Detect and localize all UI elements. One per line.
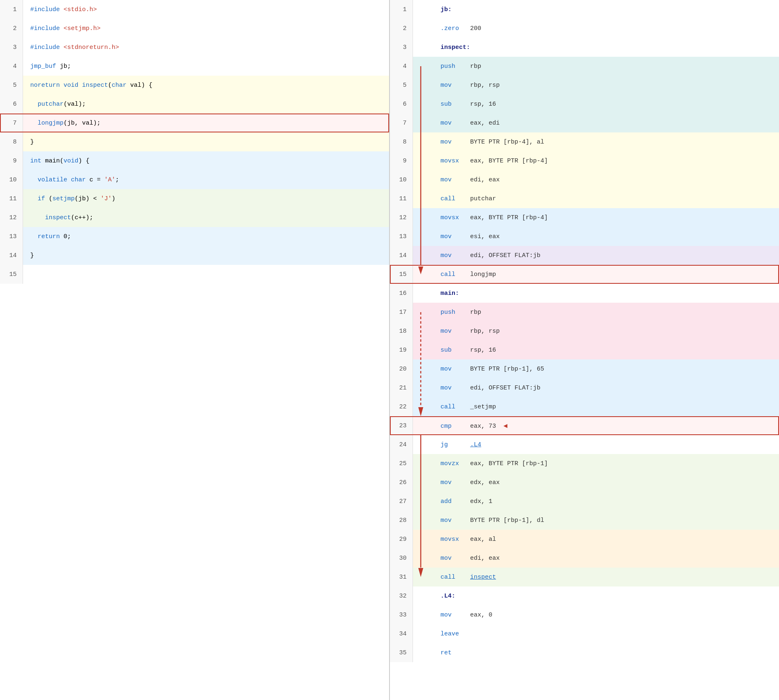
asm-row-18: 18mov rbp, rsp	[390, 322, 779, 341]
asm-line: jg .L4	[433, 435, 779, 454]
line-number: 9	[0, 151, 23, 170]
asm-row-10: 10mov edi, eax	[390, 170, 779, 189]
arrow-column	[413, 511, 433, 530]
line-number: 15	[390, 265, 413, 284]
asm-row-15: 15call longjmp	[390, 265, 779, 284]
arrow-column	[413, 208, 433, 227]
line-number: 5	[0, 76, 23, 95]
left-row-8: 8}	[0, 132, 389, 151]
left-pane: 1#include <stdio.h>2#include <setjmp.h>3…	[0, 0, 390, 700]
asm-line: mov edi, OFFSET FLAT:jb	[433, 378, 779, 397]
left-row-2: 2#include <setjmp.h>	[0, 19, 389, 38]
left-row-5: 5noreturn void inspect(char val) {	[0, 76, 389, 95]
arrow-column	[413, 397, 433, 416]
line-number: 24	[390, 435, 413, 454]
code-line: jmp_buf jb;	[23, 57, 389, 76]
asm-row-8: 8mov BYTE PTR [rbp-4], al	[390, 132, 779, 151]
asm-line: push rbp	[433, 303, 779, 322]
asm-line: .zero 200	[433, 19, 779, 38]
asm-row-31: 31call inspect	[390, 568, 779, 586]
code-line: noreturn void inspect(char val) {	[23, 76, 389, 95]
asm-line: call putchar	[433, 189, 779, 208]
left-row-6: 6 putchar(val);	[0, 95, 389, 114]
asm-line: leave	[433, 624, 779, 643]
asm-row-2: 2.zero 200	[390, 19, 779, 38]
asm-row-19: 19sub rsp, 16	[390, 341, 779, 359]
asm-line: mov edi, OFFSET FLAT:jb	[433, 246, 779, 265]
asm-line: push rbp	[433, 57, 779, 76]
left-row-1: 1#include <stdio.h>	[0, 0, 389, 19]
asm-line: mov esi, eax	[433, 227, 779, 246]
line-number: 7	[0, 114, 23, 132]
asm-row-26: 26mov edx, eax	[390, 473, 779, 492]
line-number: 9	[390, 151, 413, 170]
code-line: #include <stdio.h>	[23, 0, 389, 19]
asm-line: sub rsp, 16	[433, 341, 779, 359]
asm-line: movsx eax, BYTE PTR [rbp-4]	[433, 208, 779, 227]
line-number: 16	[390, 284, 413, 303]
asm-row-12: 12movsx eax, BYTE PTR [rbp-4]	[390, 208, 779, 227]
left-code-table: 1#include <stdio.h>2#include <setjmp.h>3…	[0, 0, 389, 284]
asm-row-4: 4push rbp	[390, 57, 779, 76]
asm-line: mov BYTE PTR [rbp-1], dl	[433, 511, 779, 530]
asm-line: jb:	[433, 0, 779, 19]
asm-line: cmp eax, 73 ◀	[433, 416, 779, 435]
code-line: }	[23, 246, 389, 265]
arrow-column	[413, 322, 433, 341]
left-row-13: 13 return 0;	[0, 227, 389, 246]
line-number: 32	[390, 586, 413, 605]
asm-line: mov BYTE PTR [rbp-1], 65	[433, 359, 779, 378]
code-line: #include <setjmp.h>	[23, 19, 389, 38]
left-row-14: 14}	[0, 246, 389, 265]
asm-line: mov eax, 0	[433, 605, 779, 624]
line-number: 4	[0, 57, 23, 76]
asm-row-33: 33mov eax, 0	[390, 605, 779, 624]
line-number: 28	[390, 511, 413, 530]
asm-line: mov eax, edi	[433, 114, 779, 132]
arrow-column	[413, 227, 433, 246]
asm-row-29: 29movsx eax, al	[390, 530, 779, 549]
right-pane: 1jb:2.zero 2003inspect:4push rbp5mov rbp…	[390, 0, 779, 700]
code-line: if (setjmp(jb) < 'J')	[23, 189, 389, 208]
line-number: 2	[0, 19, 23, 38]
asm-line: add edx, 1	[433, 492, 779, 511]
line-number: 10	[0, 170, 23, 189]
asm-line: call _setjmp	[433, 397, 779, 416]
code-line: #include <stdnoreturn.h>	[23, 38, 389, 57]
arrow-column	[413, 57, 433, 76]
asm-row-1: 1jb:	[390, 0, 779, 19]
asm-line: inspect:	[433, 38, 779, 57]
arrow-column	[413, 265, 433, 284]
asm-row-34: 34leave	[390, 624, 779, 643]
line-number: 19	[390, 341, 413, 359]
asm-row-28: 28mov BYTE PTR [rbp-1], dl	[390, 511, 779, 530]
arrow-column	[413, 605, 433, 624]
asm-row-11: 11call putchar	[390, 189, 779, 208]
line-number: 11	[0, 189, 23, 208]
line-number: 15	[0, 265, 23, 284]
asm-line: mov edi, eax	[433, 170, 779, 189]
asm-row-14: 14mov edi, OFFSET FLAT:jb	[390, 246, 779, 265]
asm-row-22: 22call _setjmp	[390, 397, 779, 416]
code-line: volatile char c = 'A';	[23, 170, 389, 189]
line-number: 12	[0, 208, 23, 227]
code-line: }	[23, 132, 389, 151]
line-number: 33	[390, 605, 413, 624]
asm-line: mov edx, eax	[433, 473, 779, 492]
arrow-column	[413, 303, 433, 322]
line-number: 7	[390, 114, 413, 132]
asm-row-16: 16main:	[390, 284, 779, 303]
arrow-column	[413, 454, 433, 473]
arrow-column	[413, 284, 433, 303]
arrow-column	[413, 38, 433, 57]
arrow-column	[413, 341, 433, 359]
arrow-column	[413, 586, 433, 605]
asm-line: mov rbp, rsp	[433, 76, 779, 95]
arrow-column	[413, 0, 433, 19]
code-line	[23, 265, 389, 284]
arrow-column	[413, 378, 433, 397]
asm-line: sub rsp, 16	[433, 95, 779, 114]
right-code-table: 1jb:2.zero 2003inspect:4push rbp5mov rbp…	[390, 0, 779, 662]
line-number: 3	[0, 38, 23, 57]
left-row-9: 9int main(void) {	[0, 151, 389, 170]
